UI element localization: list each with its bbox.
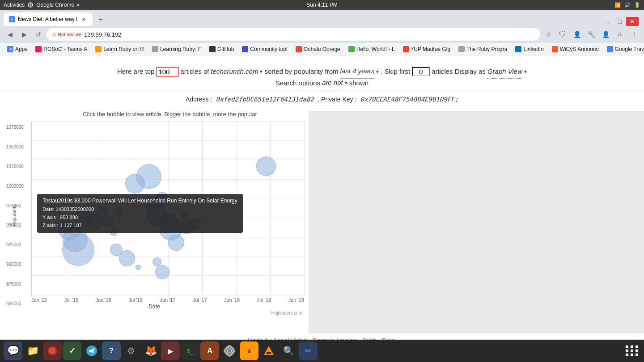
taskbar-media[interactable]: ▶ (161, 341, 180, 348)
search-options-mode[interactable]: are not (322, 79, 343, 87)
tooltip-date-label: Date: (42, 206, 54, 212)
chrome-app-name: Google Chrome (36, 2, 74, 8)
battery-icon: 🔋 (634, 2, 640, 8)
tab-title: News Diet: A better way t (18, 16, 77, 22)
y-label-1000: 1000000 (6, 184, 24, 189)
grid-v-6 (236, 121, 237, 295)
bubble-7[interactable] (103, 217, 114, 227)
taskbar-software[interactable]: A (200, 341, 219, 348)
view-mode-arrow[interactable]: ▾ (524, 67, 527, 76)
taskbar-telegram[interactable] (82, 341, 101, 348)
new-tab-button[interactable]: + (94, 13, 107, 26)
taskbar-firefox[interactable]: 🦊 (141, 341, 160, 348)
bookmark-wicys[interactable]: WiCyS Announc (548, 44, 602, 54)
bubble-13[interactable] (155, 192, 169, 206)
taskbar-music[interactable] (43, 341, 62, 348)
tooltip-z-label: Z axis : (42, 223, 58, 228)
bookmark-apps[interactable]: ⊞ Apps (4, 44, 31, 54)
domain-dropdown[interactable]: ▾ (260, 67, 263, 76)
rgsoc-bookmark-icon (35, 46, 42, 52)
extension5-button[interactable]: G (614, 28, 626, 41)
bubble-26[interactable] (256, 156, 276, 176)
bookmark-google-travel[interactable]: Google Travel an (603, 44, 644, 54)
time-range-dropdown[interactable]: last 4 years (340, 64, 375, 79)
grid-v-1 (66, 121, 66, 295)
taskbar-apps-grid-button[interactable] (624, 343, 640, 348)
apps-bookmark-icon: ⊞ (7, 46, 13, 52)
bubble-19[interactable] (119, 250, 135, 266)
bubble-25[interactable] (189, 218, 201, 230)
bookmark-community-label: Community tool (250, 46, 287, 52)
tab-close-button[interactable]: ✕ (80, 16, 87, 23)
controls-line2: Search options are not ▾ shown (13, 79, 631, 87)
ruby-bookmark-icon (95, 46, 102, 52)
bubble-21[interactable] (155, 265, 169, 279)
extension3-button[interactable]: 🔧 (585, 28, 597, 41)
taskbar-chrome[interactable] (220, 341, 239, 348)
svg-marker-8 (264, 346, 274, 348)
extension1-button[interactable]: 🛡 (556, 28, 569, 41)
taskbar-tasks[interactable]: ✓ (63, 341, 81, 348)
bubble-5[interactable] (62, 234, 94, 266)
taskbar-amazon[interactable]: a (240, 341, 258, 348)
bubble-17[interactable] (110, 229, 117, 236)
bookmark-github[interactable]: GitHub (206, 44, 237, 54)
bubble-20[interactable] (136, 265, 141, 270)
svg-point-1 (48, 346, 57, 348)
hello-icon (348, 46, 355, 52)
bookmark-oohalu[interactable]: Oohalu Oorege (292, 44, 344, 54)
extension2-button[interactable]: 👤 (571, 28, 583, 41)
bubble-22[interactable] (153, 257, 161, 266)
bookmark-ruby[interactable]: Learn Ruby on R (92, 44, 148, 54)
search-options-label: Search options (275, 79, 320, 87)
google-travel-icon (607, 46, 613, 52)
num-articles-input[interactable] (156, 67, 178, 76)
forward-button[interactable]: ▶ (18, 28, 30, 41)
taskbar-help[interactable]: ? (102, 341, 121, 348)
bookmark-community[interactable]: Community tool (238, 44, 291, 54)
app-menu-arrow[interactable]: ▾ (77, 3, 79, 8)
back-button[interactable]: ◀ (4, 28, 16, 41)
taskbar-search[interactable]: 🔍 (279, 341, 298, 348)
wifi-icon: 📶 (614, 2, 621, 8)
url-bar[interactable]: ⚠ Not secure 139.59.76.192 (47, 28, 540, 41)
extension4-button[interactable]: 👤 (599, 28, 612, 41)
taskbar-files[interactable]: 📁 (23, 341, 42, 348)
bookmark-learning-ruby[interactable]: Learning Ruby: F (148, 44, 205, 54)
taskbar-messages[interactable]: 💬 (4, 341, 22, 348)
bookmark-ruby-prog-label: The Ruby Progra (466, 46, 507, 52)
close-window-button[interactable]: ✕ (626, 17, 639, 26)
chart-title: Click the bubble to view article. Bigger… (0, 111, 309, 118)
prefix-label: Here are top (117, 65, 154, 78)
bookmark-hello[interactable]: Hello, World! - L (345, 44, 398, 54)
activities-label[interactable]: Activities (4, 2, 25, 8)
address-line: Address : 0xfed2fbDC651e12F64131da82 . P… (0, 92, 644, 106)
bubble-16[interactable] (168, 235, 184, 251)
minimize-button[interactable]: — (602, 17, 614, 26)
bookmark-ruby-prog[interactable]: The Ruby Progra (455, 44, 511, 54)
chart-container: Click the bubble to view article. Bigger… (0, 106, 644, 333)
skip-value-input[interactable] (412, 67, 430, 76)
y-label-900: 900000 (6, 262, 24, 267)
chart-plot: Teslau2019s $3,000 Powerwall Will Let Ho… (31, 121, 304, 295)
taskbar-settings[interactable]: ⚙ (122, 341, 140, 348)
active-tab[interactable]: N News Diet: A better way t ✕ (4, 13, 93, 26)
reload-button[interactable]: ↺ (32, 28, 45, 41)
menu-button[interactable]: ⋮ (628, 28, 640, 41)
chart-right-panel (309, 111, 644, 333)
taskbar-terminal[interactable]: $_ (181, 341, 199, 348)
taskbar-vlc[interactable] (259, 341, 278, 348)
bookmark-linkedin[interactable]: LinkedIn (512, 44, 547, 54)
bubble-10[interactable] (136, 164, 161, 189)
bookmark-rgsoc-label: RGSoC - Teams A (43, 46, 87, 52)
bubble-8[interactable] (114, 207, 123, 216)
bubble-23[interactable] (181, 211, 188, 219)
bookmark-7up[interactable]: 7UP Madras Gig (399, 44, 454, 54)
view-mode-link[interactable]: Graph View (487, 65, 522, 79)
search-options-arrow[interactable]: ▾ (345, 80, 347, 86)
bookmark-rgsoc[interactable]: RGSoC - Teams A (32, 44, 91, 54)
maximize-button[interactable]: □ (615, 17, 624, 26)
bookmark-button[interactable]: ☆ (542, 28, 555, 41)
time-range-arrow[interactable]: ▾ (376, 67, 379, 76)
taskbar-editor[interactable]: ✏ (299, 341, 318, 348)
